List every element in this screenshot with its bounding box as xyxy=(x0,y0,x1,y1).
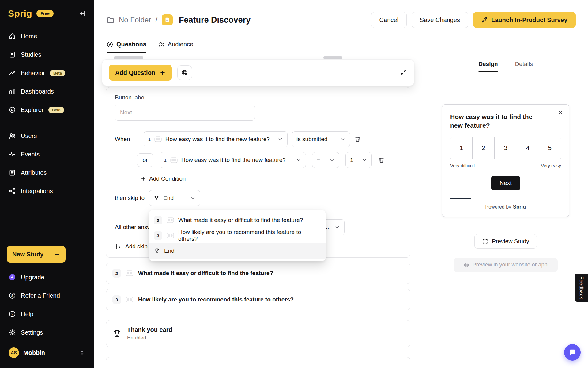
sidebar-item-behavior[interactable]: Behavior Beta xyxy=(6,64,88,82)
rating-option-4[interactable]: 4 xyxy=(517,137,539,159)
delete-condition-icon[interactable] xyxy=(354,136,361,143)
sidebar-item-label: Settings xyxy=(21,329,43,336)
preview-study-button[interactable]: Preview Study xyxy=(474,234,537,249)
skip-condition-row-2: or 1 How easy was it to find the new fea… xyxy=(137,152,401,168)
condition-question-label: How easy was it to find the new feature? xyxy=(181,157,286,163)
sidebar-item-label: Studies xyxy=(21,51,41,58)
condition-question-select[interactable]: 1 How easy was it to find the new featur… xyxy=(160,152,306,168)
collapse-editor-icon[interactable] xyxy=(400,69,407,76)
close-icon[interactable] xyxy=(557,109,564,116)
launch-survey-button[interactable]: Launch In-Product Survey xyxy=(473,12,576,28)
plus-icon xyxy=(54,251,60,257)
text-cursor xyxy=(178,194,178,202)
progress-fill xyxy=(450,198,471,199)
survey-doc-icon xyxy=(162,14,173,25)
settings-icon xyxy=(9,329,16,336)
rating-option-2[interactable]: 2 xyxy=(472,137,494,159)
add-condition-button[interactable]: Add Condition xyxy=(141,175,401,182)
question-2-card[interactable]: 2 What made it easy or difficult to find… xyxy=(106,263,410,284)
sidebar-bottom: New Study Upgrade $ Refer a Friend ? Hel… xyxy=(6,246,88,362)
or-connector[interactable]: or xyxy=(137,153,153,167)
audience-icon xyxy=(158,41,165,48)
question-number: 1 xyxy=(164,158,167,163)
skip-target-dropdown: 2 What made it easy or difficult to find… xyxy=(149,210,326,261)
rating-option-3[interactable]: 3 xyxy=(494,137,516,159)
study-tabs: Questions Audience xyxy=(94,32,588,53)
scale-max-label: Very easy xyxy=(541,163,561,168)
users-icon xyxy=(9,132,16,140)
breadcrumb-folder[interactable]: No Folder xyxy=(119,16,151,24)
thank-you-status: Enabled xyxy=(127,335,172,341)
clipped-text-remnant xyxy=(323,56,342,59)
save-changes-button[interactable]: Save Changes xyxy=(412,12,468,28)
language-globe-button[interactable] xyxy=(177,65,192,80)
rating-option-5[interactable]: 5 xyxy=(539,137,561,159)
button-label-label: Button label xyxy=(115,94,401,101)
tab-details[interactable]: Details xyxy=(515,61,533,72)
panel-tabs: Design Details xyxy=(423,61,588,72)
sidebar-item-upgrade[interactable]: Upgrade xyxy=(6,268,88,286)
rating-option-1[interactable]: 1 xyxy=(450,137,472,159)
sidebar-item-settings[interactable]: Settings xyxy=(6,323,88,342)
comparison-value-select[interactable]: 1 xyxy=(345,152,372,168)
sidebar-item-explorer[interactable]: Explorer Beta xyxy=(6,101,88,119)
sidebar-item-home[interactable]: Home xyxy=(6,27,88,45)
content-area: Add Question Button label When 1 xyxy=(94,53,588,368)
dropdown-option-question-2[interactable]: 2 What made it easy or difficult to find… xyxy=(149,213,326,228)
tab-design[interactable]: Design xyxy=(478,61,498,72)
delete-condition-icon[interactable] xyxy=(378,157,385,163)
sidebar-item-integrations[interactable]: Integrations xyxy=(6,182,88,200)
dropdown-option-question-3[interactable]: 3 How likely are you to recommend this f… xyxy=(149,228,326,243)
scale-min-label: Very difficult xyxy=(450,163,475,168)
sidebar-item-attributes[interactable]: Attributes xyxy=(6,163,88,182)
sidebar-item-events[interactable]: Events xyxy=(6,145,88,163)
account-switcher[interactable]: AS Mobbin xyxy=(6,343,88,362)
preview-next-button[interactable]: Next xyxy=(491,176,520,190)
help-icon: ? xyxy=(9,310,16,318)
tab-audience[interactable]: Audience xyxy=(158,41,193,53)
sidebar-item-refer-a-friend[interactable]: $ Refer a Friend xyxy=(6,286,88,305)
thank-you-card[interactable]: Thank you card Enabled xyxy=(106,320,410,347)
new-study-label: New Study xyxy=(12,251,43,258)
chat-widget-button[interactable] xyxy=(564,344,581,361)
home-icon xyxy=(9,33,16,40)
skip-target-value: End xyxy=(163,195,174,201)
add-question-button[interactable]: Add Question xyxy=(109,65,172,81)
comparison-operator-select[interactable]: = xyxy=(312,152,339,168)
upgrade-icon xyxy=(9,274,16,281)
new-study-button[interactable]: New Study xyxy=(7,246,66,263)
skip-target-select[interactable]: End xyxy=(149,190,200,206)
trophy-icon xyxy=(112,329,122,338)
cancel-button[interactable]: Cancel xyxy=(371,12,407,28)
question-type-icon xyxy=(154,136,162,142)
sidebar-item-label: Help xyxy=(21,311,33,318)
preview-in-website-button[interactable]: Preview in your website or app xyxy=(454,258,558,272)
condition-question-select[interactable]: 1 How easy was it to find the new featur… xyxy=(144,131,288,147)
thank-you-title: Thank you card xyxy=(127,326,172,333)
integrations-icon xyxy=(9,187,16,195)
sidebar-item-help[interactable]: ? Help xyxy=(6,305,88,323)
dropdown-option-end[interactable]: End xyxy=(149,243,326,259)
button-label-input[interactable] xyxy=(115,105,255,121)
sidebar-item-studies[interactable]: Studies xyxy=(6,45,88,64)
sidebar-item-dashboards[interactable]: Dashboards xyxy=(6,82,88,101)
sidebar-logo-row: Sprig Free xyxy=(6,7,88,20)
chevron-down-icon xyxy=(340,136,345,142)
page-title: Feature Discovery xyxy=(179,15,251,25)
events-icon xyxy=(9,151,16,158)
preview-question-text: How easy was it to find the new feature? xyxy=(450,113,542,130)
sprig-brand-mark: Sprig xyxy=(513,204,526,209)
condition-question-label: How easy was it to find the new feature? xyxy=(165,136,270,143)
survey-preview-card: How easy was it to find the new feature?… xyxy=(442,104,569,217)
sidebar-collapse-icon[interactable] xyxy=(78,10,86,17)
question-title: What made it easy or difficult to find t… xyxy=(138,270,273,277)
design-panel: Design Details How easy was it to find t… xyxy=(423,53,588,368)
svg-text:$: $ xyxy=(11,294,13,297)
page-header: No Folder / Feature Discovery Cancel Sav… xyxy=(94,0,588,32)
sidebar-item-users[interactable]: Users xyxy=(6,127,88,145)
tab-questions[interactable]: Questions xyxy=(107,41,146,53)
chevron-down-icon xyxy=(277,136,283,142)
feedback-tab[interactable]: Feedback xyxy=(575,274,588,302)
condition-operator-select[interactable]: is submitted xyxy=(292,131,350,147)
question-3-card[interactable]: 3 How likely are you to recommend this f… xyxy=(106,289,410,310)
